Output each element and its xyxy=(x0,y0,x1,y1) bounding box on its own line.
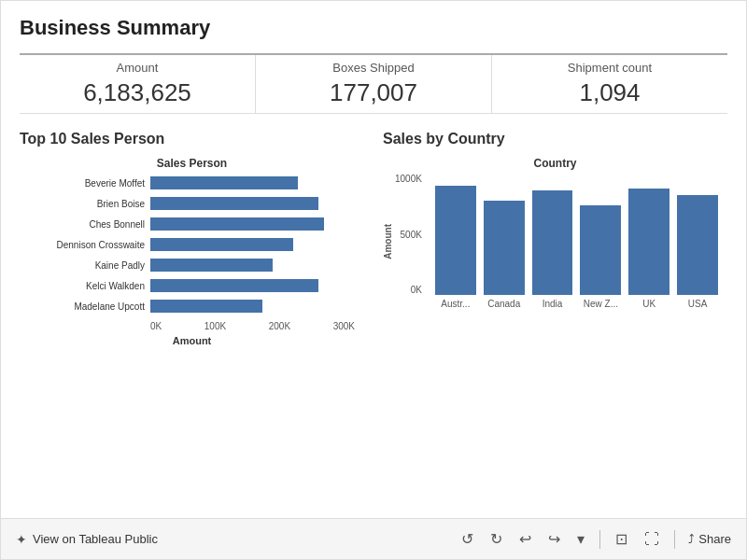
h-bar-label: Madelane Upcott xyxy=(29,301,150,312)
v-bar-x-label: New Z... xyxy=(580,299,621,309)
h-bar-label: Ches Bonnell xyxy=(29,219,150,230)
v-bar-col xyxy=(677,195,718,295)
v-bar-x-label: USA xyxy=(677,299,718,309)
v-y-label: 0K xyxy=(411,285,422,295)
page-title: Business Summary xyxy=(20,16,727,40)
kpi-amount-label: Amount xyxy=(20,61,255,75)
dropdown-button[interactable]: ▾ xyxy=(575,530,586,548)
h-bar-fill xyxy=(150,279,318,292)
share-button[interactable]: ⤴ Share xyxy=(688,532,731,546)
v-bar-x-label: India xyxy=(532,299,573,309)
kpi-row: Amount 6,183,625 Boxes Shipped 177,007 S… xyxy=(20,53,727,114)
h-bar-fill xyxy=(150,176,298,189)
v-bar-fill xyxy=(677,195,718,295)
h-bar-label: Dennison Crosswaite xyxy=(29,240,150,250)
h-bar-row: Kelci Walkden xyxy=(29,276,355,295)
country-y-axis: 1000K500K0K xyxy=(395,174,426,295)
top10-sales-section: Top 10 Sales Person Sales Person Beverie… xyxy=(20,131,364,346)
v-bar-col xyxy=(484,201,525,295)
share-icon: ⤴ xyxy=(688,532,695,546)
v-bar-x-label: Canada xyxy=(484,299,525,309)
h-bar-fill xyxy=(150,259,273,272)
country-chart-title: Country xyxy=(383,157,727,170)
country-title: Sales by Country xyxy=(383,131,727,147)
kpi-amount-value: 6,183,625 xyxy=(20,78,255,107)
back-button[interactable]: ↩ xyxy=(517,530,533,548)
dashboard: Business Summary Amount 6,183,625 Boxes … xyxy=(0,0,747,560)
h-bar-fill xyxy=(150,217,324,231)
h-bar-track xyxy=(150,197,355,210)
country-chart-wrapper: Country Amount 1000K500K0K Austr...Canad… xyxy=(383,157,727,309)
tableau-public-link[interactable]: View on Tableau Public xyxy=(33,532,158,546)
top10-chart-title: Sales Person xyxy=(29,157,355,170)
fullscreen-button[interactable]: ⛶ xyxy=(642,531,661,548)
country-bars-area: Austr...CanadaIndiaNew Z...UKUSA xyxy=(426,174,727,309)
h-bar-track xyxy=(150,176,355,189)
h-bar-track xyxy=(150,259,355,272)
h-bar-row: Madelane Upcott xyxy=(29,297,355,315)
h-bar-track xyxy=(150,279,355,292)
charts-row: Top 10 Sales Person Sales Person Beverie… xyxy=(20,131,727,346)
v-bar-fill xyxy=(435,186,476,295)
tableau-grid-icon: ✦ xyxy=(16,532,27,547)
h-bar-label: Beverie Moffet xyxy=(29,178,150,189)
footer-right: ↺ ↻ ↩ ↪ ▾ ⊡ ⛶ ⤴ Share xyxy=(459,530,731,549)
h-axis-title: Amount xyxy=(29,335,355,346)
footer-bar: ✦ View on Tableau Public ↺ ↻ ↩ ↪ ▾ ⊡ ⛶ ⤴… xyxy=(1,518,746,559)
h-bar-row: Ches Bonnell xyxy=(29,215,355,233)
v-bar-col xyxy=(580,205,621,295)
kpi-shipment-value: 1,094 xyxy=(492,78,727,107)
v-bar-fill xyxy=(580,205,621,295)
h-bar-row: Brien Boise xyxy=(29,194,355,213)
v-bar-fill xyxy=(484,201,525,295)
v-bar-x-label: Austr... xyxy=(435,299,476,309)
h-axis: 0K100K200K300K xyxy=(150,321,355,331)
v-y-label: 1000K xyxy=(395,174,422,184)
country-bars xyxy=(426,174,727,295)
v-bar-col xyxy=(435,186,476,295)
h-bar-row: Dennison Crosswaite xyxy=(29,235,355,254)
country-x-labels: Austr...CanadaIndiaNew Z...UKUSA xyxy=(426,295,727,309)
h-axis-label: 300K xyxy=(333,321,355,331)
h-axis-label: 0K xyxy=(150,321,162,331)
h-bar-fill xyxy=(150,238,293,251)
country-y-axis-title: Amount xyxy=(383,224,393,259)
v-bar-col xyxy=(628,189,669,295)
kpi-boxes-value: 177,007 xyxy=(256,78,491,107)
h-bar-label: Kaine Padly xyxy=(29,260,150,271)
v-y-label: 500K xyxy=(401,230,422,240)
top10-chart: Sales Person Beverie MoffetBrien BoiseCh… xyxy=(20,157,364,346)
v-bar-x-label: UK xyxy=(628,299,669,309)
v-bar-col xyxy=(532,190,573,295)
h-bar-track xyxy=(150,300,355,313)
redo-button[interactable]: ↻ xyxy=(488,530,504,548)
share-label: Share xyxy=(698,532,731,546)
v-bar-fill xyxy=(628,189,669,295)
main-content: Business Summary Amount 6,183,625 Boxes … xyxy=(1,1,746,518)
h-axis-label: 200K xyxy=(269,321,290,331)
h-bar-label: Brien Boise xyxy=(29,199,150,209)
kpi-boxes-label: Boxes Shipped xyxy=(256,61,491,75)
forward-button[interactable]: ↪ xyxy=(546,530,562,548)
h-bar-row: Beverie Moffet xyxy=(29,174,355,192)
top10-title: Top 10 Sales Person xyxy=(20,131,364,147)
kpi-shipment-label: Shipment count xyxy=(492,61,727,75)
h-bar-fill xyxy=(150,300,262,313)
footer-separator xyxy=(599,530,600,549)
footer-left: ✦ View on Tableau Public xyxy=(16,532,158,547)
kpi-amount: Amount 6,183,625 xyxy=(20,55,256,113)
kpi-shipment: Shipment count 1,094 xyxy=(492,55,727,113)
footer-separator-2 xyxy=(674,530,675,549)
h-bar-track xyxy=(150,217,355,231)
kpi-boxes: Boxes Shipped 177,007 xyxy=(256,55,492,113)
undo-button[interactable]: ↺ xyxy=(459,530,475,548)
h-bar-row: Kaine Padly xyxy=(29,256,355,274)
h-bar-fill xyxy=(150,197,318,210)
v-bar-fill xyxy=(532,190,573,295)
h-bar-label: Kelci Walkden xyxy=(29,281,150,291)
country-sales-section: Sales by Country Country Amount 1000K500… xyxy=(383,131,727,346)
h-bar-track xyxy=(150,238,355,251)
h-axis-label: 100K xyxy=(204,321,226,331)
embed-button[interactable]: ⊡ xyxy=(613,530,629,548)
